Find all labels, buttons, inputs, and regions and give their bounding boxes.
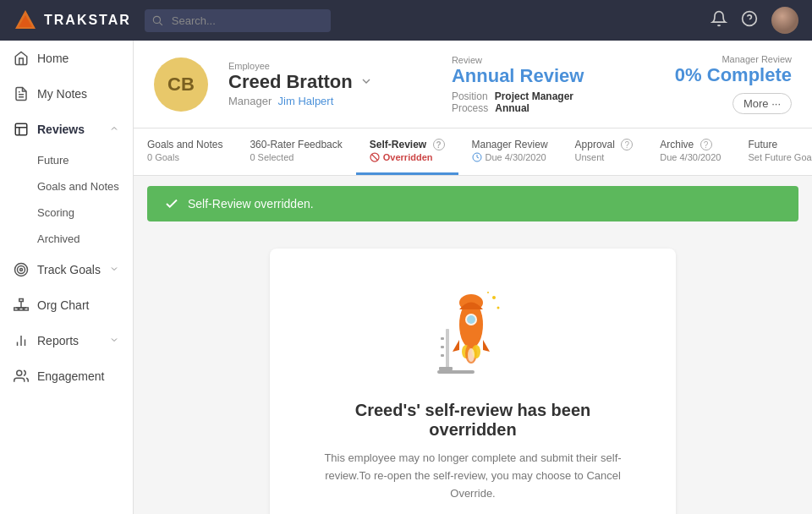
override-card-wrapper: Creed's' self-review has been overridden… bbox=[134, 232, 812, 514]
sidebar-item-engagement-label: Engagement bbox=[37, 369, 104, 383]
sidebar-item-goals-label: Goals and Notes bbox=[37, 180, 119, 193]
search-input[interactable] bbox=[145, 9, 331, 32]
svg-point-38 bbox=[467, 315, 475, 324]
more-button[interactable]: More ··· bbox=[732, 93, 792, 114]
search-wrapper bbox=[145, 9, 331, 32]
sidebar-item-my-notes-label: My Notes bbox=[37, 87, 87, 101]
reports-chevron-icon bbox=[109, 334, 119, 347]
svg-point-28 bbox=[497, 307, 500, 309]
manager-link[interactable]: Jim Halpert bbox=[278, 95, 334, 107]
track-goals-chevron-icon bbox=[109, 263, 119, 276]
tab-bar: Goals and Notes 0 Goals 360-Rater Feedba… bbox=[134, 128, 812, 176]
employee-header: CB Employee Creed Bratton Manager Jim Ha… bbox=[134, 41, 812, 128]
sidebar-item-engagement[interactable]: Engagement bbox=[0, 358, 133, 394]
employee-info: Employee Creed Bratton Manager Jim Halpe… bbox=[228, 61, 431, 107]
sidebar-item-home[interactable]: Home bbox=[0, 41, 133, 76]
approval-help-icon[interactable]: ? bbox=[621, 139, 633, 150]
tab-manager-review-sub: Due 4/30/2020 bbox=[472, 152, 548, 162]
review-position-value: Project Manager bbox=[495, 90, 573, 102]
svg-rect-8 bbox=[15, 123, 27, 135]
reviews-icon bbox=[14, 122, 29, 137]
self-review-help-icon[interactable]: ? bbox=[433, 139, 445, 150]
svg-rect-43 bbox=[437, 370, 475, 374]
content-inner: Self-Review overridden. bbox=[134, 186, 812, 514]
sidebar-item-reports[interactable]: Reports bbox=[0, 323, 133, 358]
reviews-chevron-icon bbox=[109, 123, 119, 136]
override-description: This employee may no longer complete and… bbox=[310, 450, 635, 502]
rocket-illustration bbox=[422, 282, 524, 384]
sidebar-item-my-notes[interactable]: My Notes bbox=[0, 76, 133, 112]
sidebar-item-future-label: Future bbox=[37, 154, 69, 167]
sidebar-item-archived[interactable]: Archived bbox=[0, 226, 133, 252]
override-title: Creed's' self-review has been overridden bbox=[310, 401, 635, 440]
sidebar-item-scoring[interactable]: Scoring bbox=[0, 200, 133, 226]
home-icon bbox=[14, 51, 29, 66]
employee-label: Employee bbox=[228, 61, 431, 71]
tab-360-rater-feedback[interactable]: 360-Rater Feedback 0 Selected bbox=[236, 128, 355, 175]
engagement-icon bbox=[14, 369, 29, 384]
override-card: Creed's' self-review has been overridden… bbox=[270, 249, 676, 514]
svg-point-12 bbox=[18, 266, 25, 274]
review-info: Review Annual Review Position Project Ma… bbox=[452, 55, 655, 114]
help-icon[interactable] bbox=[741, 10, 758, 30]
bell-icon[interactable] bbox=[710, 10, 727, 30]
avatar-image bbox=[771, 7, 798, 34]
tab-360-sub: 0 Selected bbox=[250, 152, 342, 162]
sidebar-item-home-label: Home bbox=[37, 52, 69, 65]
svg-point-23 bbox=[17, 370, 22, 375]
tab-manager-review[interactable]: Manager Review Due 4/30/2020 bbox=[458, 128, 562, 175]
employee-name: Creed Bratton bbox=[228, 71, 431, 93]
tab-future-sub: Set Future Goals bbox=[748, 152, 812, 162]
review-label: Review bbox=[452, 55, 655, 65]
tab-360-label: 360-Rater Feedback bbox=[250, 139, 342, 150]
tab-archive-sub: Due 4/30/2020 bbox=[660, 152, 721, 162]
tab-self-review-sub: Overridden bbox=[370, 152, 445, 162]
tab-approval-sub: Unsent bbox=[575, 152, 634, 162]
avatar[interactable] bbox=[771, 7, 798, 34]
tab-approval[interactable]: Approval ? Unsent bbox=[562, 128, 647, 175]
check-icon bbox=[164, 196, 179, 211]
notes-icon bbox=[14, 86, 29, 101]
tab-manager-review-label: Manager Review bbox=[472, 139, 548, 150]
success-banner: Self-Review overridden. bbox=[147, 186, 798, 221]
sidebar-item-future[interactable]: Future bbox=[0, 147, 133, 173]
top-navigation: TRAKSTAR bbox=[0, 0, 812, 41]
sidebar-item-goals-and-notes[interactable]: Goals and Notes bbox=[0, 173, 133, 200]
manager-review-label: Manager Review bbox=[675, 54, 792, 64]
review-process-value: Annual bbox=[495, 102, 529, 114]
sidebar-item-org-chart[interactable]: Org Chart bbox=[0, 287, 133, 323]
logo[interactable]: TRAKSTAR bbox=[14, 8, 131, 32]
employee-name-chevron-icon[interactable] bbox=[359, 71, 373, 93]
topnav-right bbox=[710, 7, 798, 34]
tab-goals-and-notes[interactable]: Goals and Notes 0 Goals bbox=[134, 128, 236, 175]
svg-rect-32 bbox=[441, 346, 444, 348]
sidebar-item-archived-label: Archived bbox=[37, 232, 80, 245]
archive-help-icon[interactable]: ? bbox=[700, 139, 712, 150]
sidebar-item-scoring-label: Scoring bbox=[37, 206, 74, 219]
tab-goals-and-notes-label: Goals and Notes bbox=[147, 139, 222, 150]
svg-line-25 bbox=[371, 154, 377, 160]
main-scroll: Self-Review overridden. bbox=[134, 176, 812, 514]
manager-review-value: 0% Complete bbox=[675, 64, 792, 86]
sidebar-item-org-chart-label: Org Chart bbox=[37, 298, 89, 312]
content-area: CB Employee Creed Bratton Manager Jim Ha… bbox=[134, 41, 812, 514]
logo-icon bbox=[14, 8, 37, 32]
sidebar-item-track-goals-label: Track Goals bbox=[37, 263, 101, 276]
tab-self-review[interactable]: Self-Review ? Overridden bbox=[356, 128, 458, 175]
org-chart-icon bbox=[14, 298, 29, 313]
tab-self-review-label: Self-Review ? bbox=[370, 139, 445, 150]
clock-icon bbox=[472, 152, 482, 162]
success-message: Self-Review overridden. bbox=[188, 197, 314, 211]
tab-archive[interactable]: Archive ? Due 4/30/2020 bbox=[646, 128, 734, 175]
sidebar-item-reviews[interactable]: Reviews bbox=[0, 112, 133, 147]
overridden-icon bbox=[370, 152, 380, 162]
tab-archive-label: Archive ? bbox=[660, 139, 721, 150]
tab-future-label: Future bbox=[748, 139, 812, 150]
sidebar-item-track-goals[interactable]: Track Goals bbox=[0, 252, 133, 287]
svg-point-13 bbox=[20, 269, 23, 271]
tab-goals-and-notes-sub: 0 Goals bbox=[147, 152, 222, 162]
review-title: Annual Review bbox=[452, 65, 655, 87]
employee-avatar: CB bbox=[154, 57, 208, 112]
tab-future[interactable]: Future Set Future Goals bbox=[734, 128, 812, 175]
sidebar-item-reviews-label: Reviews bbox=[37, 123, 85, 136]
